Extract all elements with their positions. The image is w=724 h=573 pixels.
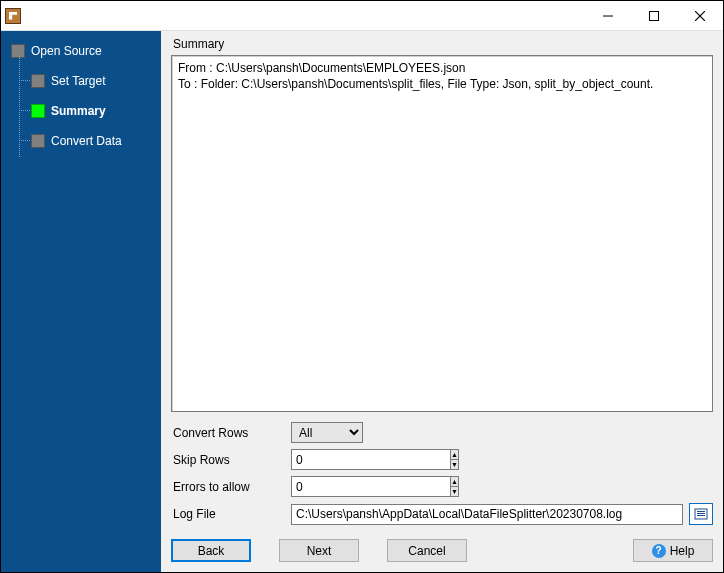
step-box-icon (31, 74, 45, 88)
sidebar-item-label: Summary (51, 104, 106, 118)
app-icon (5, 8, 21, 24)
window-controls (585, 1, 723, 30)
sidebar-item-label: Set Target (51, 74, 105, 88)
folder-icon (694, 507, 708, 521)
wizard-buttons: Back Next Cancel ? Help (171, 539, 713, 562)
errors-down[interactable]: ▼ (450, 486, 459, 497)
sidebar-item-open-source[interactable]: Open Source (1, 39, 161, 63)
svg-rect-5 (697, 511, 705, 512)
help-icon: ? (652, 544, 666, 558)
svg-rect-1 (650, 11, 659, 20)
skip-rows-input[interactable] (291, 449, 450, 470)
convert-rows-select[interactable]: All (291, 422, 363, 443)
close-button[interactable] (677, 1, 723, 30)
browse-log-button[interactable] (689, 503, 713, 525)
sidebar-item-label: Convert Data (51, 134, 122, 148)
summary-text[interactable]: From : C:\Users\pansh\Documents\EMPLOYEE… (171, 55, 713, 412)
title-bar (1, 1, 723, 31)
svg-rect-6 (697, 513, 705, 514)
step-box-icon (11, 44, 25, 58)
step-box-icon (31, 134, 45, 148)
skip-rows-down[interactable]: ▼ (450, 459, 459, 470)
help-button[interactable]: ? Help (633, 539, 713, 562)
log-file-label: Log File (171, 507, 291, 521)
sidebar-item-label: Open Source (31, 44, 102, 58)
minimize-button[interactable] (585, 1, 631, 30)
content-pane: Summary From : C:\Users\pansh\Documents\… (161, 31, 723, 572)
sidebar-item-set-target[interactable]: Set Target (1, 69, 161, 93)
errors-input[interactable] (291, 476, 450, 497)
maximize-button[interactable] (631, 1, 677, 30)
next-button[interactable]: Next (279, 539, 359, 562)
skip-rows-label: Skip Rows (171, 453, 291, 467)
svg-rect-7 (697, 515, 705, 516)
wizard-sidebar: Open Source Set Target Summary Convert D… (1, 31, 161, 572)
sidebar-item-summary[interactable]: Summary (1, 99, 161, 123)
cancel-button[interactable]: Cancel (387, 539, 467, 562)
convert-rows-label: Convert Rows (171, 426, 291, 440)
summary-heading: Summary (173, 37, 713, 51)
errors-label: Errors to allow (171, 480, 291, 494)
sidebar-item-convert-data[interactable]: Convert Data (1, 129, 161, 153)
back-button[interactable]: Back (171, 539, 251, 562)
skip-rows-up[interactable]: ▲ (450, 449, 459, 459)
step-box-icon (31, 104, 45, 118)
log-file-input[interactable] (291, 504, 683, 525)
errors-up[interactable]: ▲ (450, 476, 459, 486)
